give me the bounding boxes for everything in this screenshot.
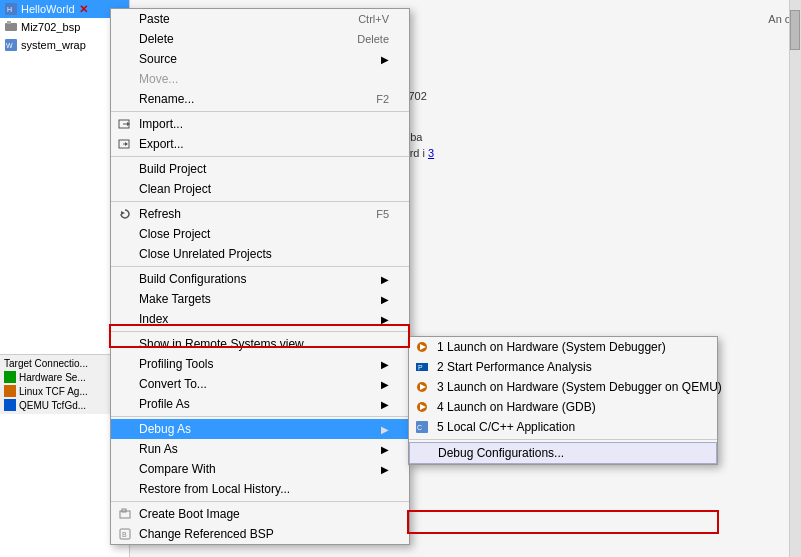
svg-rect-3	[7, 21, 11, 24]
menu-item-debug-as[interactable]: Debug As ▶	[111, 419, 409, 439]
menu-item-delete[interactable]: Delete Delete	[111, 29, 409, 49]
menu-item-index[interactable]: Index ▶	[111, 309, 409, 329]
separator-4	[111, 266, 409, 267]
export-icon	[117, 136, 133, 152]
delete-shortcut: Delete	[357, 33, 389, 45]
delete-label: Delete	[139, 32, 174, 46]
launch-hw-svg	[415, 340, 429, 354]
perf-svg: P	[415, 361, 429, 373]
close-unrelated-label: Close Unrelated Projects	[139, 247, 272, 261]
svg-text:B: B	[122, 531, 127, 538]
cpp-icon: C	[414, 419, 430, 435]
helloworld-project-svg: H	[4, 2, 18, 16]
submenu-item-launch-qemu[interactable]: 3 Launch on Hardware (System Debugger on…	[409, 377, 717, 397]
separator-6	[111, 416, 409, 417]
svg-text:W: W	[6, 42, 13, 49]
make-targets-label: Make Targets	[139, 292, 211, 306]
menu-item-refresh[interactable]: Refresh F5	[111, 204, 409, 224]
submenu-item-launch-hw[interactable]: 1 Launch on Hardware (System Debugger)	[409, 337, 717, 357]
menu-item-change-bsp[interactable]: B Change Referenced BSP	[111, 524, 409, 544]
menu-item-export[interactable]: Export...	[111, 134, 409, 154]
submenu-item-debug-configurations[interactable]: Debug Configurations...	[409, 442, 717, 464]
separator-7	[111, 501, 409, 502]
svg-text:C: C	[417, 424, 422, 431]
separator-3	[111, 201, 409, 202]
profiling-label: Profiling Tools	[139, 357, 213, 371]
linux-tcf-icon	[4, 385, 16, 397]
submenu-item-perf[interactable]: P 2 Start Performance Analysis	[409, 357, 717, 377]
separator-2	[111, 156, 409, 157]
boot-icon	[117, 506, 133, 522]
menu-item-convert[interactable]: Convert To... ▶	[111, 374, 409, 394]
svg-marker-12	[121, 211, 125, 215]
menu-item-restore-history[interactable]: Restore from Local History...	[111, 479, 409, 499]
menu-item-make-targets[interactable]: Make Targets ▶	[111, 289, 409, 309]
launch-gdb-icon	[414, 399, 430, 415]
menu-item-close-project[interactable]: Close Project	[111, 224, 409, 244]
launch-gdb-svg	[415, 400, 429, 414]
restore-history-label: Restore from Local History...	[139, 482, 290, 496]
submenu-separator	[409, 439, 717, 440]
move-label: Move...	[139, 72, 178, 86]
menu-item-source[interactable]: Source ▶	[111, 49, 409, 69]
rename-shortcut: F2	[376, 93, 389, 105]
menu-item-build-project[interactable]: Build Project	[111, 159, 409, 179]
import-icon	[117, 116, 133, 132]
launch-qemu-icon	[414, 379, 430, 395]
scrollbar[interactable]	[789, 0, 801, 557]
export-svg	[118, 138, 132, 150]
scroll-thumb[interactable]	[790, 10, 800, 50]
svg-marker-11	[125, 142, 128, 146]
index-label: Index	[139, 312, 168, 326]
menu-item-show-remote[interactable]: Show in Remote Systems view	[111, 334, 409, 354]
convert-label: Convert To...	[139, 377, 207, 391]
menu-item-rename[interactable]: Rename... F2	[111, 89, 409, 109]
launch-gdb-label: 4 Launch on Hardware (GDB)	[437, 400, 596, 414]
profiling-arrow: ▶	[381, 359, 389, 370]
menu-item-profiling[interactable]: Profiling Tools ▶	[111, 354, 409, 374]
refresh-svg	[119, 208, 131, 220]
submenu-item-launch-gdb[interactable]: 4 Launch on Hardware (GDB)	[409, 397, 717, 417]
qemu-item[interactable]: QEMU TcfGd...	[2, 398, 126, 412]
profile-as-arrow: ▶	[381, 399, 389, 410]
system-svg: W	[4, 38, 18, 52]
bsp-icon	[4, 20, 18, 34]
system-icon: W	[4, 38, 18, 52]
launch-hw-icon	[414, 339, 430, 355]
menu-item-create-boot[interactable]: Create Boot Image	[111, 504, 409, 524]
rename-label: Rename...	[139, 92, 194, 106]
source-arrow: ▶	[381, 54, 389, 65]
menu-item-compare-with[interactable]: Compare With ▶	[111, 459, 409, 479]
target-connections-title: Target Connectio...	[2, 357, 126, 370]
menu-item-clean-project[interactable]: Clean Project	[111, 179, 409, 199]
create-boot-label: Create Boot Image	[139, 507, 240, 521]
make-targets-arrow: ▶	[381, 294, 389, 305]
cpp-label: 5 Local C/C++ Application	[437, 420, 575, 434]
run-as-label: Run As	[139, 442, 178, 456]
menu-item-build-configs[interactable]: Build Configurations ▶	[111, 269, 409, 289]
menu-item-import[interactable]: Import...	[111, 114, 409, 134]
project-icon: H	[4, 2, 18, 16]
compare-with-arrow: ▶	[381, 464, 389, 475]
menu-item-paste[interactable]: Paste Ctrl+V	[111, 9, 409, 29]
tree-label-helloworld: HelloWorld	[21, 3, 75, 15]
menu-item-run-as[interactable]: Run As ▶	[111, 439, 409, 459]
menu-item-profile-as[interactable]: Profile As ▶	[111, 394, 409, 414]
delete-icon: ✕	[79, 3, 88, 16]
boot-svg	[119, 508, 131, 520]
refresh-shortcut: F5	[376, 208, 389, 220]
tree-label-system: system_wrap	[21, 39, 86, 51]
svg-rect-2	[5, 23, 17, 31]
linux-tcf-item[interactable]: Linux TCF Ag...	[2, 384, 126, 398]
submenu-item-cpp-app[interactable]: C 5 Local C/C++ Application	[409, 417, 717, 437]
separator-1	[111, 111, 409, 112]
launch-hw-label: 1 Launch on Hardware (System Debugger)	[437, 340, 666, 354]
menu-item-close-unrelated[interactable]: Close Unrelated Projects	[111, 244, 409, 264]
build-configs-label: Build Configurations	[139, 272, 246, 286]
bsp-svg	[4, 20, 18, 34]
bsp-link[interactable]: 3	[428, 147, 434, 159]
hardware-icon	[4, 371, 16, 383]
hardware-item[interactable]: Hardware Se...	[2, 370, 126, 384]
build-configs-arrow: ▶	[381, 274, 389, 285]
perf-label: 2 Start Performance Analysis	[437, 360, 592, 374]
